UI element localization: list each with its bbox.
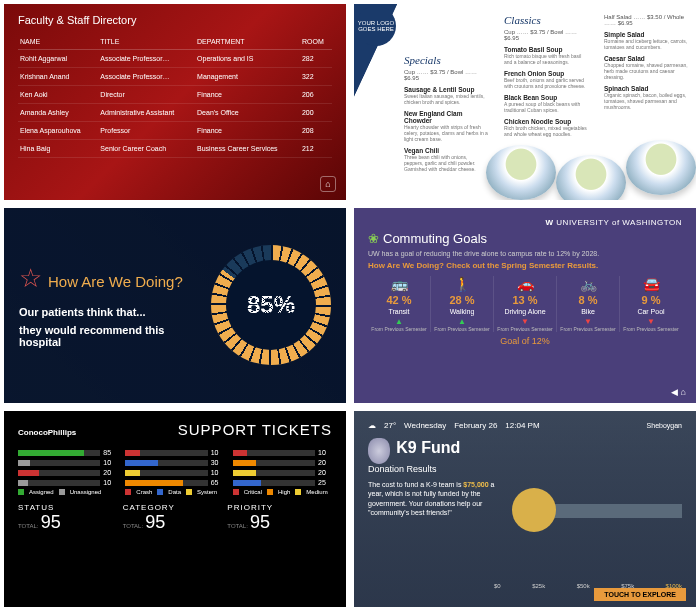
tickets-title: SUPPORT TICKETS (178, 421, 332, 438)
menu-item: French Onion SoupBeef broth, onions and … (504, 70, 588, 89)
column-header: TITLE (98, 34, 195, 50)
support-tickets-panel: ConocoPhillips SUPPORT TICKETS 85102010A… (4, 411, 346, 607)
salads-price: Half Salad …… $3.50 / Whole …… $6.95 (604, 14, 688, 26)
patient-survey-panel: ☆How Are We Doing? Our patients think th… (4, 208, 346, 404)
uw-logo-text: W UNIVERSITY of WASHINGTON (368, 218, 682, 227)
commute-mode: 🚲8 %Bike▼From Previous Semester (557, 276, 620, 332)
classics-heading: Classics (504, 14, 588, 26)
commute-question: How Are We Doing? Check out the Spring S… (368, 261, 682, 270)
touch-explore-button[interactable]: TOUCH TO EXPLORE (594, 588, 686, 601)
brand-logo: ConocoPhillips (18, 428, 76, 437)
k9-subtitle: Donation Results (368, 464, 682, 474)
total-block: PRIORITYTOTAL: 95 (227, 503, 332, 533)
survey-line2: they would recommend this hospital (19, 324, 201, 348)
column-header: NAME (18, 34, 98, 50)
commute-title: ❀Commuting Goals (368, 231, 682, 246)
ticket-column: 85102010AssignedUnassigned (18, 446, 117, 495)
table-row[interactable]: Ken AokiDirectorFinance206 (18, 86, 332, 104)
leaf-icon: ❀ (368, 231, 379, 246)
logo-badge: YOUR LOGO GOES HERE (356, 6, 396, 46)
column-header: ROOM (300, 34, 332, 50)
table-row[interactable]: Hina BaigSenior Career CoachBusiness Car… (18, 140, 332, 158)
table-row[interactable]: Elena AsparouhovaProfessorFinance208 (18, 122, 332, 140)
k9-fund-panel: ☁ 27° Wednesday February 26 12:04 PM She… (354, 411, 696, 607)
table-row[interactable]: Rohit AggarwalAssociate Professor…Operat… (18, 50, 332, 68)
key-progress-chart (518, 480, 682, 516)
survey-heading: How Are We Doing? (48, 274, 183, 291)
directory-table: NAMETITLEDEPARTMENTROOM Rohit AggarwalAs… (18, 34, 332, 158)
temperature: 27° (384, 421, 396, 430)
commute-desc: UW has a goal of reducing the drive alon… (368, 250, 682, 257)
table-row[interactable]: Amanda AshleyAdministrative AssistantDea… (18, 104, 332, 122)
weather-icon: ☁ (368, 421, 376, 430)
mode-icon: 🚗 (496, 276, 554, 292)
mode-icon: 🚘 (622, 276, 680, 292)
mode-icon: 🚶 (433, 276, 491, 292)
commute-mode: 🚗13 %Driving Alone▼From Previous Semeste… (494, 276, 557, 332)
total-block: STATUSTOTAL: 95 (18, 503, 123, 533)
menu-item: Simple SaladRomaine and iceberg lettuce,… (604, 31, 688, 50)
k9-title: K9 Fund (396, 439, 460, 456)
menu-item: Caesar SaladChopped romaine, shaved parm… (604, 55, 688, 80)
menu-panel: YOUR LOGO GOES HERE Specials Cup …… $3.7… (354, 4, 696, 200)
day: Wednesday (404, 421, 446, 430)
faculty-directory-panel: Faculty & Staff Directory NAMETITLEDEPAR… (4, 4, 346, 200)
survey-line1: Our patients think that... (19, 306, 201, 318)
nav-controls[interactable]: ◀ ⌂ (671, 387, 686, 397)
commuting-goals-panel: W UNIVERSITY of WASHINGTON ❀Commuting Go… (354, 208, 696, 404)
police-badge-icon (368, 438, 390, 464)
mode-icon: 🚲 (559, 276, 617, 292)
commute-mode: 🚌42 %Transit▲From Previous Semester (368, 276, 431, 332)
menu-item: Spinach SaladOrganic spinach, bacon, boi… (604, 85, 688, 110)
menu-item: Tomato Basil SoupRich tomato bisque with… (504, 46, 588, 65)
column-header: DEPARTMENT (195, 34, 300, 50)
date: February 26 (454, 421, 497, 430)
time: 12:04 PM (505, 421, 539, 430)
star-icon: ☆ (19, 263, 42, 293)
total-block: CATEGORYTOTAL: 95 (123, 503, 228, 533)
ticket-column: 10202025CriticalHighMedium (233, 446, 332, 495)
city-logo: Sheboygan (647, 422, 682, 429)
menu-item: Black Bean SoupA pureed soup of black be… (504, 94, 588, 113)
classics-price: Cup …… $3.75 / Bowl …… $6.95 (504, 29, 588, 41)
home-icon[interactable]: ⌂ (320, 176, 336, 192)
panel-title: Faculty & Staff Directory (18, 14, 332, 26)
commute-modes: 🚌42 %Transit▲From Previous Semester🚶28 %… (368, 276, 682, 332)
commute-mode: 🚘9 %Car Pool▼From Previous Semester (620, 276, 682, 332)
mode-icon: 🚌 (370, 276, 428, 292)
soup-bowls-image (486, 120, 696, 200)
percent-gauge: 85% (211, 245, 331, 365)
k9-body-text: The cost to fund a K-9 team is $75,000 a… (368, 480, 508, 516)
table-row[interactable]: Krishnan AnandAssociate Professor…Manage… (18, 68, 332, 86)
ticket-column: 10301065CrashDataSystem (125, 446, 224, 495)
commute-mode: 🚶28 %Walking▲From Previous Semester (431, 276, 494, 332)
commute-goal: Goal of 12% (368, 336, 682, 346)
